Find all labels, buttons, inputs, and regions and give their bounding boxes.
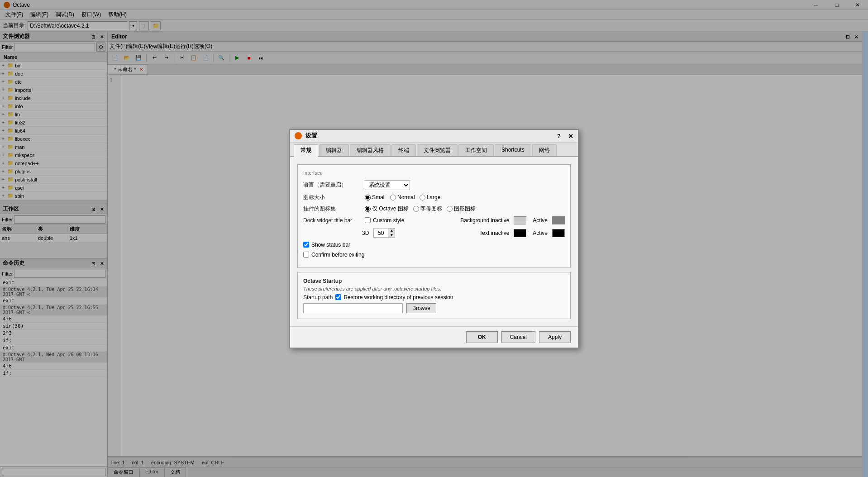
startup-path-row: Startup path Restore working directory o… [303,294,565,301]
spin-down[interactable]: ▼ [388,233,395,238]
cancel-button[interactable]: Cancel [501,331,535,343]
startup-description: These preferences are applied after any … [303,286,565,291]
dock-bg-inactive-swatch[interactable] [514,216,526,224]
modal-overlay: 设置 ? ✕ 常规 编辑器 编辑器风格 终端 文件浏览器 工作空间 Shortc… [0,0,868,477]
interface-group: Interface 语言（需要重启） 系统设置 图标大小 [297,164,571,267]
modal-footer: OK Cancel Apply [290,326,578,348]
startup-browse-button[interactable]: Browse [406,303,436,313]
settings-dialog: 设置 ? ✕ 常规 编辑器 编辑器风格 终端 文件浏览器 工作空间 Shortc… [289,129,579,348]
icon-size-radio-group: Small Normal Large [365,194,440,200]
modal-title: 设置 [305,132,317,140]
icon-set-octave[interactable]: 仅 Octave 图标 [365,205,409,213]
confirm-exit-checkbox[interactable]: Confirm before exiting [303,252,364,258]
dock-text-inactive-label: Text inactive [479,230,509,236]
icon-size-row: 图标大小 Small Normal [303,194,565,201]
dock-3d-spinner[interactable]: ▲ ▼ [373,228,395,238]
dock-3d-row: 3D ▲ ▼ Text inactive Active [303,228,565,238]
modal-app-icon [295,132,302,139]
startup-path-label: Startup path [303,294,333,301]
show-status-row: Show status bar [303,242,565,248]
dock-bg-inactive-label: Background inactive [460,217,509,224]
language-label: 语言（需要重启） [303,181,362,189]
startup-path-input[interactable] [303,303,403,313]
modal-tab-workspace[interactable]: 工作空间 [458,144,494,156]
dock-custom-input[interactable] [365,217,371,223]
dock-active-swatch[interactable] [552,216,565,224]
show-status-checkbox[interactable]: Show status bar [303,242,350,248]
modal-tab-editor[interactable]: 编辑器 [319,144,349,156]
modal-help-button[interactable]: ? [554,132,563,141]
icon-size-small[interactable]: Small [365,194,386,200]
icon-set-row: 挂件的图标集 仅 Octave 图标 字母图标 [303,205,565,213]
dock-text-active-swatch[interactable] [552,229,565,237]
modal-title-bar: 设置 ? ✕ [290,130,578,143]
modal-close-button[interactable]: ✕ [566,132,575,141]
modal-tab-shortcuts[interactable]: Shortcuts [495,144,531,156]
modal-tabs: 常规 编辑器 编辑器风格 终端 文件浏览器 工作空间 Shortcuts 网络 [290,143,578,157]
language-row: 语言（需要重启） 系统设置 [303,180,565,190]
dock-active-label2: Active [533,230,548,236]
confirm-exit-row: Confirm before exiting [303,252,565,258]
dock-3d-input[interactable] [373,229,388,238]
icon-size-label: 图标大小 [303,194,362,201]
interface-section-title: Interface [303,170,565,176]
dock-text-inactive-swatch[interactable] [514,229,526,237]
modal-tab-terminal[interactable]: 终端 [391,144,416,156]
icon-set-letter[interactable]: 字母图标 [413,205,442,213]
icon-size-normal[interactable]: Normal [390,194,415,200]
icon-size-large[interactable]: Large [420,194,441,200]
icon-set-radio-group: 仅 Octave 图标 字母图标 图形图标 [365,205,476,213]
dock-custom-checkbox[interactable]: Custom style [365,217,404,224]
icon-set-label: 挂件的图标集 [303,205,362,213]
startup-title: Octave Startup [303,278,565,284]
spinbox-arrows[interactable]: ▲ ▼ [388,228,395,238]
icon-set-graphic[interactable]: 图形图标 [447,205,476,213]
modal-body: Interface 语言（需要重启） 系统设置 图标大小 [290,157,578,326]
startup-restore-input[interactable] [335,294,341,300]
dock-row: Dock widget title bar Custom style Backg… [303,216,565,224]
language-select[interactable]: 系统设置 [365,180,410,190]
confirm-exit-input[interactable] [303,252,309,258]
startup-browse-row: Browse [303,303,565,313]
modal-tab-general[interactable]: 常规 [294,144,318,157]
modal-tab-network[interactable]: 网络 [532,144,557,156]
startup-group: Octave Startup These preferences are app… [297,272,571,319]
modal-tab-filebrowser[interactable]: 文件浏览器 [417,144,458,156]
dock-3d-label: 3D [362,230,369,236]
spin-up[interactable]: ▲ [388,229,395,233]
show-status-input[interactable] [303,242,309,248]
startup-restore-checkbox[interactable]: Restore working directory of previous se… [335,294,453,301]
modal-tab-editorstyle[interactable]: 编辑器风格 [350,144,391,156]
apply-button[interactable]: Apply [539,331,571,343]
dock-label: Dock widget title bar [303,217,362,224]
dock-active-label1: Active [533,217,548,224]
ok-button[interactable]: OK [466,331,498,343]
